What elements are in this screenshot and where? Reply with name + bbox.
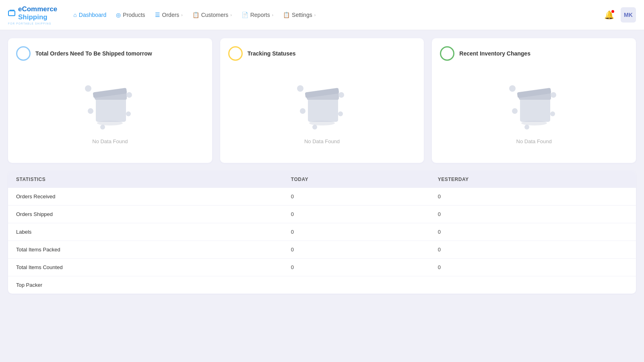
empty-illustration-orders — [82, 76, 138, 132]
empty-illustration-inventory — [506, 76, 562, 132]
svg-point-16 — [338, 111, 343, 116]
stats-row: Labels 0 0 — [8, 223, 636, 241]
card-tracking-statuses: Tracking Statuses No — [220, 38, 424, 163]
card-circle-tracking — [228, 46, 243, 61]
svg-point-24 — [512, 108, 518, 114]
notifications-button[interactable]: 🔔 — [604, 10, 614, 20]
card-header-inventory: Recent Inventory Changes — [440, 46, 530, 61]
brand-name: eCommerce Shipping — [18, 5, 57, 21]
stats-label: Total Items Packed — [8, 241, 283, 259]
statistics-table: STATISTICS TODAY YESTERDAY Orders Receiv… — [8, 171, 636, 294]
empty-text-orders: No Data Found — [92, 138, 128, 144]
svg-point-23 — [551, 92, 556, 98]
stats-today: 0 — [283, 259, 430, 276]
statistics-section: STATISTICS TODAY YESTERDAY Orders Receiv… — [8, 171, 636, 294]
card-header-tracking: Tracking Statuses — [228, 46, 296, 61]
svg-point-4 — [85, 85, 91, 92]
home-icon: ⌂ — [73, 12, 76, 18]
svg-point-15 — [300, 108, 305, 114]
svg-point-18 — [309, 121, 335, 125]
settings-icon: 📋 — [283, 12, 290, 18]
header-right: 🔔 MK — [604, 7, 636, 23]
empty-illustration-tracking — [294, 76, 350, 132]
svg-point-27 — [521, 121, 547, 125]
card-inventory-changes: Recent Inventory Changes — [432, 38, 636, 163]
svg-point-22 — [509, 85, 516, 92]
empty-text-tracking: No Data Found — [304, 138, 340, 144]
nav-reports[interactable]: 📄 Reports › — [237, 9, 277, 21]
card-header-orders: Total Orders Need To Be Shipped tomorrow — [16, 46, 152, 61]
notification-dot — [611, 10, 614, 13]
settings-chevron: › — [314, 13, 316, 17]
stats-yesterday: 0 — [430, 259, 636, 276]
nav-orders[interactable]: ☰ Orders › — [151, 9, 187, 21]
stats-yesterday: 0 — [430, 223, 636, 241]
stats-yesterday: 0 — [430, 206, 636, 223]
svg-point-6 — [88, 108, 93, 114]
svg-point-25 — [550, 111, 555, 116]
svg-rect-1 — [96, 98, 126, 122]
stats-table-body: Orders Received 0 0 Orders Shipped 0 0 L… — [8, 188, 636, 294]
card-title-orders: Total Orders Need To Be Shipped tomorrow — [35, 50, 152, 57]
customers-chevron: › — [230, 13, 231, 17]
nav-dashboard[interactable]: ⌂ Dashboard — [69, 9, 110, 21]
stats-label: Labels — [8, 223, 283, 241]
main-content: Total Orders Need To Be Shipped tomorrow — [0, 30, 644, 302]
card-orders-to-ship: Total Orders Need To Be Shipped tomorrow — [8, 38, 212, 163]
svg-point-8 — [100, 125, 105, 130]
card-body-inventory: No Data Found — [440, 65, 628, 155]
card-circle-orders — [16, 46, 31, 61]
header: eCommerce Shipping FOR PORTABLE SHIPPING… — [0, 0, 644, 30]
stats-today: 0 — [283, 241, 430, 259]
empty-text-inventory: No Data Found — [516, 138, 552, 144]
svg-point-5 — [126, 92, 132, 98]
svg-point-17 — [312, 125, 317, 130]
svg-rect-10 — [308, 98, 338, 122]
customers-icon: 📋 — [192, 12, 199, 18]
col-header-statistics: STATISTICS — [8, 171, 283, 188]
cards-row: Total Orders Need To Be Shipped tomorrow — [8, 38, 636, 163]
nav-products[interactable]: ◎ Products — [112, 9, 149, 21]
orders-chevron: › — [181, 13, 182, 17]
orders-icon: ☰ — [155, 12, 160, 18]
stats-row: Total Items Counted 0 0 — [8, 259, 636, 276]
stats-row: Orders Received 0 0 — [8, 188, 636, 206]
stats-label: Top Packer — [8, 276, 283, 294]
stats-yesterday — [430, 276, 636, 294]
card-title-tracking: Tracking Statuses — [248, 50, 296, 57]
stats-today: 0 — [283, 188, 430, 206]
products-icon: ◎ — [116, 12, 121, 18]
stats-yesterday: 0 — [430, 188, 636, 206]
stats-label: Orders Shipped — [8, 206, 283, 223]
svg-rect-19 — [520, 98, 550, 122]
logo[interactable]: eCommerce Shipping FOR PORTABLE SHIPPING — [8, 5, 57, 25]
stats-header-row: STATISTICS TODAY YESTERDAY — [8, 171, 636, 188]
card-title-inventory: Recent Inventory Changes — [459, 50, 530, 57]
user-avatar[interactable]: MK — [621, 7, 636, 23]
svg-point-26 — [524, 125, 529, 130]
card-body-orders: No Data Found — [16, 65, 204, 155]
brand-tagline: FOR PORTABLE SHIPPING — [8, 22, 52, 25]
card-circle-inventory — [440, 46, 454, 61]
main-nav: ⌂ Dashboard ◎ Products ☰ Orders › 📋 Cust… — [69, 9, 604, 21]
reports-icon: 📄 — [242, 12, 248, 18]
svg-point-9 — [97, 121, 123, 125]
stats-row: Top Packer — [8, 276, 636, 294]
svg-point-14 — [339, 92, 344, 98]
stats-yesterday: 0 — [430, 241, 636, 259]
stats-today — [283, 276, 430, 294]
stats-row: Orders Shipped 0 0 — [8, 206, 636, 223]
stats-today: 0 — [283, 206, 430, 223]
nav-settings[interactable]: 📋 Settings › — [279, 9, 320, 21]
stats-table-header: STATISTICS TODAY YESTERDAY — [8, 171, 636, 188]
svg-point-13 — [297, 85, 303, 92]
svg-rect-0 — [8, 11, 15, 16]
col-header-yesterday: YESTERDAY — [430, 171, 636, 188]
card-body-tracking: No Data Found — [228, 65, 416, 155]
col-header-today: TODAY — [283, 171, 430, 188]
reports-chevron: › — [272, 13, 273, 17]
nav-customers[interactable]: 📋 Customers › — [188, 9, 236, 21]
stats-label: Orders Received — [8, 188, 283, 206]
stats-row: Total Items Packed 0 0 — [8, 241, 636, 259]
svg-point-7 — [126, 111, 131, 116]
